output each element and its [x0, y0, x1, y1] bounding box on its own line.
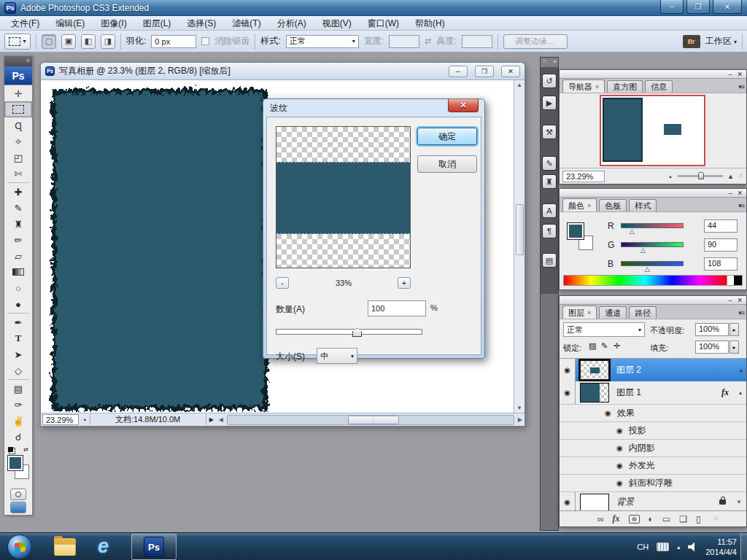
- opacity-spinner[interactable]: ▸: [729, 323, 739, 336]
- panel-minimize-icon[interactable]: –: [728, 71, 732, 78]
- menu-analysis[interactable]: 分析(A): [269, 16, 314, 31]
- feather-input[interactable]: 0 px: [151, 35, 196, 48]
- green-slider[interactable]: △: [621, 242, 684, 247]
- visibility-eye-icon[interactable]: ◉: [616, 479, 623, 487]
- paragraph-panel-button[interactable]: ¶: [542, 224, 557, 238]
- white-swatch[interactable]: [727, 276, 734, 285]
- refine-edge-button[interactable]: 调整边缘…: [503, 34, 568, 49]
- black-swatch[interactable]: [734, 276, 742, 285]
- eyedropper-tool[interactable]: ✑: [4, 397, 32, 413]
- fill-spinner[interactable]: ▸: [729, 341, 739, 354]
- tab-channels[interactable]: 通道: [599, 306, 627, 319]
- clone-stamp-tool[interactable]: ♜: [4, 216, 32, 232]
- panel-menu-icon[interactable]: ▾≡: [738, 83, 744, 90]
- start-button[interactable]: [7, 534, 32, 559]
- width-input[interactable]: [389, 35, 419, 48]
- tab-styles[interactable]: 样式: [629, 199, 657, 211]
- quick-mask-button[interactable]: [10, 489, 26, 500]
- swap-colors-icon[interactable]: ⇄: [23, 446, 28, 453]
- visibility-cell[interactable]: ◉: [560, 492, 576, 512]
- scroll-down-icon[interactable]: ▼: [514, 405, 525, 411]
- visibility-cell[interactable]: ◉: [560, 381, 576, 404]
- dialog-close-button[interactable]: ✕: [448, 99, 479, 112]
- add-adjustment-layer-button[interactable]: ◐: [649, 514, 654, 524]
- dodge-tool[interactable]: ●: [4, 296, 32, 312]
- pen-tool[interactable]: ✒: [4, 314, 32, 330]
- document-titlebar[interactable]: Ps 写真相册 @ 23.3% (图层 2, RGB/8) [缩放后] ─ ❐ …: [41, 63, 525, 80]
- resize-grip-icon[interactable]: ⁙: [738, 173, 743, 179]
- layer1-name[interactable]: 图层 1: [616, 386, 641, 399]
- preview-zoom-out-button[interactable]: -: [276, 277, 289, 289]
- layers-scroll-down-icon[interactable]: ▼: [736, 499, 742, 505]
- layer-comps-panel-button[interactable]: ▤: [542, 253, 557, 268]
- foreground-color-swatch[interactable]: [567, 222, 584, 240]
- add-layer-mask-button[interactable]: [629, 515, 640, 524]
- preview-zoom-in-button[interactable]: +: [398, 277, 411, 289]
- tab-color[interactable]: 颜色×: [562, 198, 597, 211]
- tab-info[interactable]: 信息: [645, 80, 673, 93]
- layer2-thumbnail[interactable]: [580, 360, 609, 380]
- tab-histogram[interactable]: 直方图: [607, 80, 643, 93]
- menu-view[interactable]: 视图(V): [314, 16, 360, 31]
- red-slider-thumb[interactable]: △: [630, 228, 635, 235]
- layers-scroll-up-icon[interactable]: ▲: [738, 367, 744, 373]
- input-language-indicator[interactable]: CH: [637, 542, 649, 551]
- healing-brush-tool[interactable]: ✚: [4, 184, 32, 200]
- volume-icon[interactable]: [688, 542, 697, 552]
- scroll-up-icon[interactable]: ▲: [514, 80, 525, 88]
- cancel-button[interactable]: 取消: [417, 155, 477, 173]
- shape-tool[interactable]: ◇: [4, 362, 32, 378]
- lasso-tool[interactable]: Ɋ: [4, 117, 32, 133]
- doc-restore-button[interactable]: ❐: [475, 66, 494, 77]
- blur-tool[interactable]: ○: [4, 280, 32, 296]
- zoom-field[interactable]: 23.29%: [42, 414, 79, 425]
- size-select[interactable]: 中▾: [317, 348, 357, 364]
- effect-row-outer-glow[interactable]: ◉ 外发光: [560, 457, 746, 474]
- notes-tool[interactable]: ▤: [4, 381, 32, 397]
- new-layer-button[interactable]: ❏: [679, 514, 687, 524]
- effect-row-bevel-emboss[interactable]: ◉ 斜面和浮雕: [560, 475, 746, 491]
- quick-selection-tool[interactable]: ✧: [4, 133, 32, 149]
- background-thumbnail[interactable]: [580, 494, 609, 511]
- horizontal-scrollbar[interactable]: ⫶: [227, 415, 514, 425]
- rectangular-marquee-tool[interactable]: [4, 101, 32, 117]
- navigator-slider-thumb[interactable]: [698, 172, 704, 179]
- tab-close-icon[interactable]: ×: [587, 307, 591, 319]
- panel-minimize-icon[interactable]: –: [728, 297, 732, 304]
- blue-slider-thumb[interactable]: △: [645, 265, 650, 273]
- dock-header[interactable]: ⁙«: [541, 58, 558, 67]
- move-tool[interactable]: ✛: [4, 85, 32, 101]
- swap-dimensions-icon[interactable]: ⇄: [425, 36, 431, 46]
- tool-preset-picker[interactable]: ▾: [4, 34, 31, 50]
- explorer-taskbar-button[interactable]: [54, 538, 76, 556]
- zoom-in-icon[interactable]: ▴: [729, 171, 733, 181]
- show-desktop-button[interactable]: [740, 533, 747, 560]
- status-menu-arrow[interactable]: ▶: [206, 416, 217, 423]
- menu-window[interactable]: 窗口(W): [360, 16, 407, 31]
- delete-layer-button[interactable]: ▯: [696, 514, 701, 524]
- actions-panel-button[interactable]: ▶: [542, 96, 557, 110]
- menu-help[interactable]: 帮助(H): [407, 16, 453, 31]
- layer1-thumbnail[interactable]: [580, 383, 609, 402]
- layer2-name[interactable]: 图层 2: [616, 364, 641, 376]
- clock[interactable]: 11:57 2014/4/4: [705, 537, 737, 557]
- fill-value[interactable]: 100%: [695, 341, 729, 354]
- tool-presets-panel-button[interactable]: ⚒: [542, 125, 557, 139]
- keyboard-layout-icon[interactable]: [657, 542, 669, 551]
- vertical-scrollbar[interactable]: ▲ ▼: [514, 80, 525, 413]
- menu-edit[interactable]: 编辑(E): [47, 16, 93, 31]
- amount-slider-thumb[interactable]: [352, 328, 362, 337]
- hscroll-left-icon[interactable]: ◀: [217, 416, 225, 423]
- blend-mode-select[interactable]: 正常▾: [563, 322, 645, 337]
- tab-close-icon[interactable]: ×: [587, 200, 591, 211]
- lock-position-icon[interactable]: ✛: [614, 341, 620, 351]
- tab-layers[interactable]: 图层×: [562, 306, 597, 319]
- visibility-eye-icon[interactable]: ◉: [616, 444, 623, 452]
- brush-tool[interactable]: ✎: [4, 200, 32, 216]
- visibility-eye-icon[interactable]: ◉: [616, 427, 623, 435]
- go-to-bridge-button[interactable]: Br: [683, 35, 700, 48]
- tab-navigator[interactable]: 导航器×: [562, 79, 605, 93]
- collapse-effects-icon[interactable]: ▴: [739, 389, 742, 396]
- workspace-menu[interactable]: 工作区 ▾: [705, 35, 737, 47]
- amount-input[interactable]: 100: [368, 300, 426, 316]
